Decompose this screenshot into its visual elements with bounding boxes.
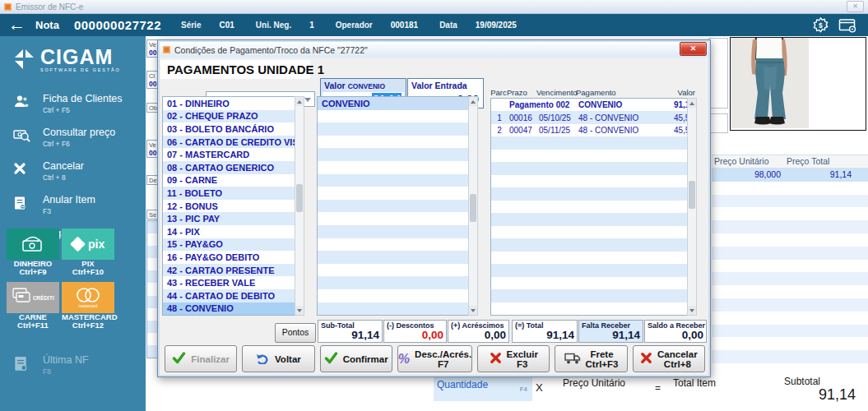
scroll-down-icon[interactable] [469, 306, 477, 315]
payment-method-item[interactable]: 06 - CARTAO DE CREDITO VISA [163, 136, 304, 149]
payment-method-item[interactable]: 08 - CARTAO GENERICO [163, 161, 304, 174]
sidebar-item-text: Consultar preçoCtrl + F6 [43, 127, 115, 148]
scrollbar[interactable] [468, 96, 478, 316]
confirmar-button[interactable]: Confirmar [320, 345, 392, 372]
tile-label: DINHEIROCtrl+F9 [7, 260, 59, 276]
table-empty-row [712, 247, 868, 260]
product-photo [730, 37, 866, 131]
sidebar-item-cancelar[interactable]: CancelarCtrl + 8 [0, 155, 146, 188]
voltar-button[interactable]: Voltar [242, 345, 314, 372]
scroll-up-icon[interactable] [469, 97, 477, 106]
installments-empty-row [491, 226, 696, 238]
finalizar-button[interactable]: Finalizar [165, 345, 237, 372]
total-acrescimos: (+) Acréscimos0,00 [448, 320, 509, 343]
cancelar-button[interactable]: CancelarCtrl+8 [633, 345, 705, 372]
dialog-title: Condições de Pagamento/Troco da NFCe "27… [174, 45, 368, 55]
payment-method-item[interactable]: 14 - PIX [163, 225, 304, 238]
sidebar-item-ultima-nf[interactable]: Última NF F8 [13, 355, 89, 376]
quantidade-field[interactable]: Quantidade F4 [434, 376, 532, 401]
payment-method-item[interactable]: 42 - CARTAO PRESENTE [163, 264, 304, 277]
button-shortcut: Ctrl+F3 [586, 359, 619, 369]
total-saldo-a-receber: Saldo a Receber0,00 [644, 320, 707, 343]
payment-method-item[interactable]: 13 - PIC PAY [163, 212, 304, 225]
scroll-up-icon[interactable] [295, 97, 304, 106]
button-text: Finalizar [191, 354, 230, 364]
col-preco-unitario: Preço Unitário [712, 155, 784, 168]
payment-method-item[interactable]: 01 - DINHEIRO [163, 97, 304, 110]
tile-mastercard[interactable]: mastercardMASTERCARDCtrl+F12 [62, 282, 114, 333]
installments-empty-row [491, 238, 696, 251]
payment-method-item[interactable]: 15 - PAY&GO [163, 238, 304, 252]
payment-method-item[interactable]: 02 - CHEQUE PRAZO [163, 110, 304, 123]
nav-field-label: Série [181, 21, 201, 30]
card-gear-icon[interactable] [838, 18, 856, 33]
tile-label: CARNECtrl+F11 [7, 313, 59, 330]
installments-empty-row [491, 213, 696, 225]
frete-button[interactable]: FreteCtrl+F3 [555, 345, 627, 372]
scrollbar-thumb[interactable] [689, 181, 695, 209]
button-label: ExcluirF3 [507, 349, 538, 369]
payment-detail-empty-row [318, 200, 477, 213]
payment-detail-item[interactable]: CONVENIO [318, 97, 477, 110]
table-empty-row [712, 195, 868, 208]
excluir-button[interactable]: ExcluirF3 [477, 345, 550, 372]
sidebar-item-consultar-preco[interactable]: Consultar preçoCtrl + F6 [0, 121, 146, 155]
back-arrow-button[interactable]: ← [8, 16, 26, 33]
background-field-label: Ob [149, 104, 157, 112]
background-field-ve-0: Ve00 [146, 39, 158, 58]
installments-empty-row [491, 162, 696, 174]
scrollbar-thumb[interactable] [470, 194, 476, 222]
cell-preco-unitario [712, 312, 784, 325]
cell-extra [855, 298, 868, 312]
sidebar-item-ficha-de-clientes[interactable]: Ficha de ClientesCtrl + F5 [0, 87, 146, 121]
background-field-label: Se [149, 211, 156, 219]
scroll-down-icon[interactable] [295, 306, 304, 315]
table-empty-row [712, 298, 868, 312]
tile-shortcut: Ctrl+F10 [62, 268, 114, 276]
app-icon [4, 3, 12, 11]
dialog-titlebar[interactable]: Condições de Pagamento/Troco da NFCe "27… [160, 42, 708, 58]
payment-method-item[interactable]: 48 - CONVENIO [163, 302, 304, 316]
cell-extra [855, 207, 868, 220]
sidebar-item-anular-item[interactable]: Anular ItemF3 [0, 188, 146, 222]
dialog-close-button[interactable]: ✕ [680, 42, 707, 56]
payment-method-item[interactable]: 09 - CARNE [163, 174, 304, 187]
pix-icon: pix [62, 229, 114, 260]
table-empty-row [712, 350, 868, 363]
cigam-logo: CIGAM SOFTWARE DE GESTÃO [0, 36, 146, 72]
desc-acres-button[interactable]: %Desc./Acrés.F7 [397, 345, 472, 372]
tile-label: PIXCtrl+F10 [62, 260, 114, 276]
payment-method-item[interactable]: 43 - RECEBER VALE [163, 276, 304, 289]
tile-dinheiro[interactable]: DINHEIROCtrl+F9 [7, 229, 59, 279]
tile-pix[interactable]: pixPIXCtrl+F10 [62, 229, 114, 279]
background-field-ve-3: Ve00 [146, 140, 158, 158]
payment-detail-empty-row [318, 148, 477, 161]
scrollbar-thumb[interactable] [296, 184, 303, 212]
payment-method-item[interactable]: 16 - PAY&GO DEBITO [163, 251, 304, 264]
installment-parc: 1 [491, 113, 508, 122]
scrollbar[interactable] [687, 98, 697, 316]
payment-method-item[interactable]: 12 - BONUS [163, 200, 304, 213]
installments-empty-row [491, 150, 696, 162]
table-empty-row [712, 182, 868, 195]
scroll-up-icon[interactable] [688, 99, 696, 108]
payment-method-item[interactable]: 03 - BOLETO BANCÁRIO [163, 122, 304, 136]
cell-extra [855, 325, 868, 338]
payment-method-item[interactable]: 11 - BOLETO [163, 187, 304, 200]
undo-arrow-icon [256, 352, 270, 366]
star-dollar-icon[interactable]: $ [813, 17, 829, 33]
payment-method-item[interactable]: 44 - CARTAO DE DEBITO [163, 289, 304, 302]
scroll-down-icon[interactable] [688, 306, 696, 315]
svg-text:$: $ [819, 21, 823, 30]
sidebar-item-label: Cancelar [43, 161, 84, 172]
installment-row[interactable]: 20004705/11/2548 - CONVENIO45,57 [491, 124, 696, 136]
table-row[interactable]: 98,00091,14 [712, 169, 868, 182]
window-close-button[interactable]: ✕ [847, 1, 864, 12]
button-label: Confirmar [343, 354, 388, 364]
installment-row[interactable]: 10001605/10/2548 - CONVENIO45,57 [491, 111, 696, 123]
tile-carne[interactable]: CRÉDITOCARNECtrl+F11 [7, 282, 59, 333]
cell-preco-total [784, 233, 855, 247]
payment-method-item[interactable]: 07 - MASTERCARD [163, 148, 304, 161]
pontos-button[interactable]: Pontos [275, 323, 316, 343]
scrollbar[interactable] [295, 96, 304, 316]
